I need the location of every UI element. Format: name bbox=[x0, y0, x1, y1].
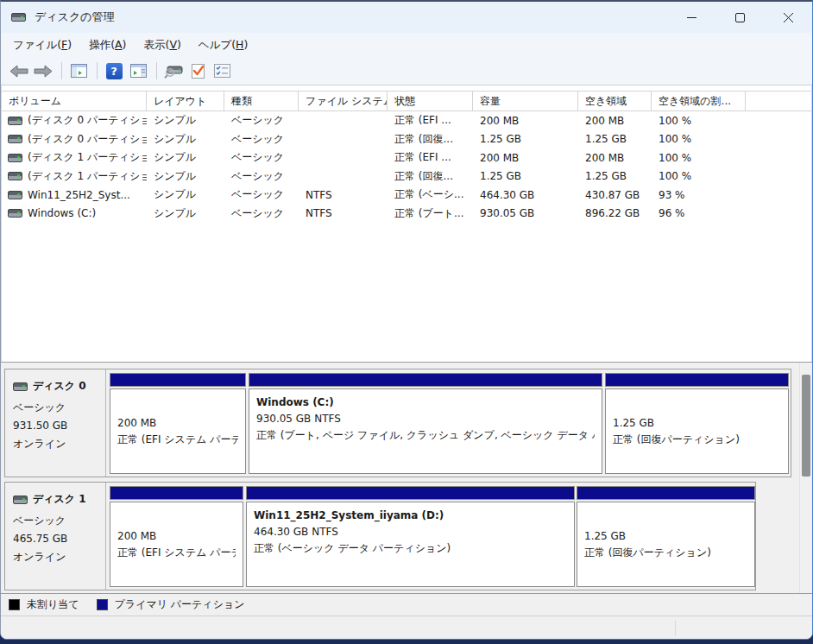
column-header-filler bbox=[746, 92, 811, 110]
partition-status: 正常 (ブート, ページ ファイル, クラッシュ ダンプ, ベーシック データ … bbox=[256, 427, 595, 444]
partition-size: 464.30 GB NTFS bbox=[254, 524, 567, 540]
titlebar: ディスクの管理 bbox=[1, 2, 812, 33]
unallocated-swatch bbox=[9, 599, 20, 610]
maximize-button[interactable] bbox=[715, 2, 764, 33]
legend-primary-partition: プライマリ パーティション bbox=[97, 597, 245, 612]
volume-drive-icon bbox=[8, 209, 22, 218]
primary-partition-color-bar bbox=[246, 486, 575, 500]
partition-disk0-windows-c[interactable]: Windows (C:) 930.05 GB NTFS 正常 (ブート, ページ… bbox=[249, 373, 602, 474]
toolbar-separator bbox=[97, 62, 98, 79]
partition-status: 正常 (回復パーティション) bbox=[584, 545, 747, 561]
disk-1-row: ディスク 1 ベーシック 465.75 GB オンライン 200 MB 正常 (… bbox=[4, 482, 756, 590]
partition-name: Win11_25H2_System_iiyama (D:) bbox=[254, 508, 567, 524]
disk-status: オンライン bbox=[13, 435, 98, 453]
app-disk-icon bbox=[11, 13, 26, 22]
disk-name: ディスク 1 bbox=[33, 492, 86, 507]
menu-file[interactable]: ファイル(F) bbox=[4, 35, 80, 56]
column-header-percent-free[interactable]: 空き領域の割... bbox=[652, 92, 746, 110]
partition-size: 1.25 GB bbox=[613, 415, 781, 432]
window-title: ディスクの管理 bbox=[35, 9, 115, 25]
partition-name: Windows (C:) bbox=[256, 395, 595, 411]
toolbar bbox=[1, 57, 812, 85]
partition-disk0-recovery[interactable]: 1.25 GB 正常 (回復パーティション) bbox=[605, 373, 789, 474]
menu-bar: ファイル(F) 操作(A) 表示(V) ヘルプ(H) bbox=[1, 33, 812, 57]
partition-disk1-recovery[interactable]: 1.25 GB 正常 (回復パーティション) bbox=[577, 486, 755, 587]
column-header-capacity[interactable]: 容量 bbox=[473, 92, 578, 110]
scrollbar-thumb[interactable] bbox=[802, 375, 810, 477]
show-console-tree-icon[interactable] bbox=[67, 60, 90, 81]
column-header-type[interactable]: 種類 bbox=[224, 92, 299, 110]
disk-size: 465.75 GB bbox=[13, 530, 98, 548]
partition-disk1-win11-d[interactable]: Win11_25H2_System_iiyama (D:) 464.30 GB … bbox=[246, 486, 575, 587]
partition-disk1-efi[interactable]: 200 MB 正常 (EFI システム パーティション) bbox=[110, 486, 243, 587]
column-header-layout[interactable]: レイアウト bbox=[147, 92, 224, 110]
validate-document-icon[interactable] bbox=[186, 60, 209, 81]
volume-drive-icon bbox=[8, 135, 22, 143]
partition-status: 正常 (EFI システム パーティション) bbox=[117, 432, 238, 448]
menu-view[interactable]: 表示(V) bbox=[136, 35, 190, 56]
back-icon[interactable] bbox=[8, 60, 30, 81]
minimize-button[interactable] bbox=[667, 2, 715, 33]
primary-partition-color-bar bbox=[110, 373, 246, 387]
volume-row[interactable]: (ディスク 1 パーティショ... シンプル ベーシック 正常 (EFI ...… bbox=[2, 148, 811, 167]
toolbar-separator bbox=[61, 62, 62, 79]
disk-type: ベーシック bbox=[13, 512, 98, 530]
close-button[interactable] bbox=[764, 2, 812, 33]
status-bar bbox=[1, 616, 812, 640]
column-header-volume[interactable]: ボリューム bbox=[2, 92, 147, 110]
menu-help[interactable]: ヘルプ(H) bbox=[190, 35, 257, 56]
window-controls bbox=[667, 2, 812, 33]
toolbar-separator bbox=[156, 62, 157, 79]
legend-bar: 未割り当て プライマリ パーティション bbox=[1, 593, 812, 616]
volume-row[interactable]: (ディスク 1 パーティショ... シンプル ベーシック 正常 (回復... 1… bbox=[2, 167, 811, 186]
disk-name: ディスク 0 bbox=[33, 379, 86, 394]
partition-size: 1.25 GB bbox=[584, 528, 747, 545]
volume-drive-icon bbox=[8, 191, 22, 199]
disk-icon bbox=[13, 382, 28, 391]
partition-disk0-efi[interactable]: 200 MB 正常 (EFI システム パーティション) bbox=[110, 373, 246, 474]
primary-partition-swatch bbox=[97, 599, 108, 610]
legend-unallocated: 未割り当て bbox=[9, 597, 79, 612]
volume-drive-icon bbox=[8, 154, 22, 162]
rescan-disks-icon[interactable] bbox=[162, 60, 185, 81]
volume-row[interactable]: Windows (C:) シンプル ベーシック NTFS 正常 (ブート... … bbox=[2, 205, 811, 224]
vertical-scrollbar[interactable] bbox=[799, 363, 812, 593]
volume-drive-icon bbox=[8, 117, 22, 125]
partition-status: 正常 (回復パーティション) bbox=[613, 432, 781, 448]
column-header-filesystem[interactable]: ファイル システム bbox=[299, 92, 388, 110]
status-bar-separator bbox=[675, 621, 676, 635]
disk-0-row: ディスク 0 ベーシック 931.50 GB オンライン 200 MB 正常 (… bbox=[4, 369, 791, 477]
disk-status: オンライン bbox=[13, 548, 98, 566]
volume-list-pane: ボリューム レイアウト 種類 ファイル システム 状態 容量 空き領域 空き領域… bbox=[1, 85, 812, 362]
volume-table-header: ボリューム レイアウト 種類 ファイル システム 状態 容量 空き領域 空き領域… bbox=[2, 91, 811, 111]
column-header-free-space[interactable]: 空き領域 bbox=[578, 92, 652, 110]
disk-type: ベーシック bbox=[13, 399, 98, 417]
help-icon[interactable] bbox=[103, 60, 125, 81]
volume-row[interactable]: (ディスク 0 パーティショ... シンプル ベーシック 正常 (回復... 1… bbox=[2, 130, 811, 149]
partition-size: 200 MB bbox=[117, 415, 238, 432]
show-action-pane-icon[interactable] bbox=[127, 60, 149, 81]
volume-row[interactable]: (ディスク 0 パーティショ... シンプル ベーシック 正常 (EFI ...… bbox=[2, 111, 811, 130]
primary-partition-color-bar bbox=[605, 373, 789, 387]
checklist-icon[interactable] bbox=[211, 60, 233, 81]
primary-partition-color-bar bbox=[110, 486, 243, 500]
partition-status: 正常 (EFI システム パーティション) bbox=[117, 545, 236, 561]
column-header-status[interactable]: 状態 bbox=[388, 92, 473, 110]
graphical-view-pane: ディスク 0 ベーシック 931.50 GB オンライン 200 MB 正常 (… bbox=[1, 362, 812, 593]
forward-icon[interactable] bbox=[32, 60, 54, 81]
disk-0-info-panel[interactable]: ディスク 0 ベーシック 931.50 GB オンライン bbox=[5, 369, 106, 477]
disk-size: 931.50 GB bbox=[13, 417, 98, 435]
primary-partition-color-bar bbox=[249, 373, 602, 387]
disk-icon bbox=[13, 496, 28, 504]
volume-drive-icon bbox=[8, 172, 22, 180]
partition-size: 930.05 GB NTFS bbox=[256, 411, 595, 427]
partition-size: 200 MB bbox=[117, 528, 236, 545]
volume-row[interactable]: Win11_25H2_Syst... シンプル ベーシック NTFS 正常 (ベ… bbox=[2, 186, 811, 205]
primary-partition-color-bar bbox=[577, 486, 755, 500]
partition-status: 正常 (ベーシック データ パーティション) bbox=[254, 540, 567, 557]
disk-management-window: ディスクの管理 ファイル(F) 操作(A) 表示(V) ヘルプ(H) bbox=[0, 0, 813, 640]
menu-action[interactable]: 操作(A) bbox=[80, 35, 135, 56]
disk-1-info-panel[interactable]: ディスク 1 ベーシック 465.75 GB オンライン bbox=[5, 483, 106, 590]
